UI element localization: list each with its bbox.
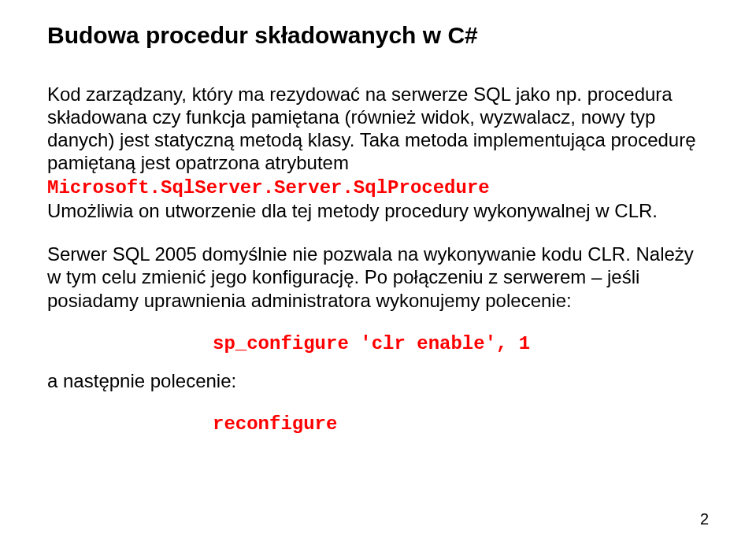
page-container: Budowa procedur składowanych w C# Kod za…: [0, 0, 756, 541]
inline-code-attribute: Microsoft.SqlServer.Server.SqlProcedure: [47, 177, 490, 198]
paragraph-1-text-b: Umożliwia on utworzenie dla tej metody p…: [47, 200, 658, 221]
page-title: Budowa procedur składowanych w C#: [47, 22, 709, 50]
body-text-block: Kod zarządzany, który ma rezydować na se…: [47, 83, 709, 436]
code-block-sp-configure: sp_configure 'clr enable', 1: [213, 332, 709, 355]
paragraph-1-text-a: Kod zarządzany, który ma rezydować na se…: [47, 83, 696, 174]
page-number: 2: [700, 510, 709, 528]
paragraph-2: Serwer SQL 2005 domyślnie nie pozwala na…: [47, 243, 709, 312]
paragraph-3: a następnie polecenie:: [47, 369, 709, 392]
paragraph-1: Kod zarządzany, który ma rezydować na se…: [47, 83, 709, 223]
code-block-reconfigure: reconfigure: [213, 413, 709, 435]
